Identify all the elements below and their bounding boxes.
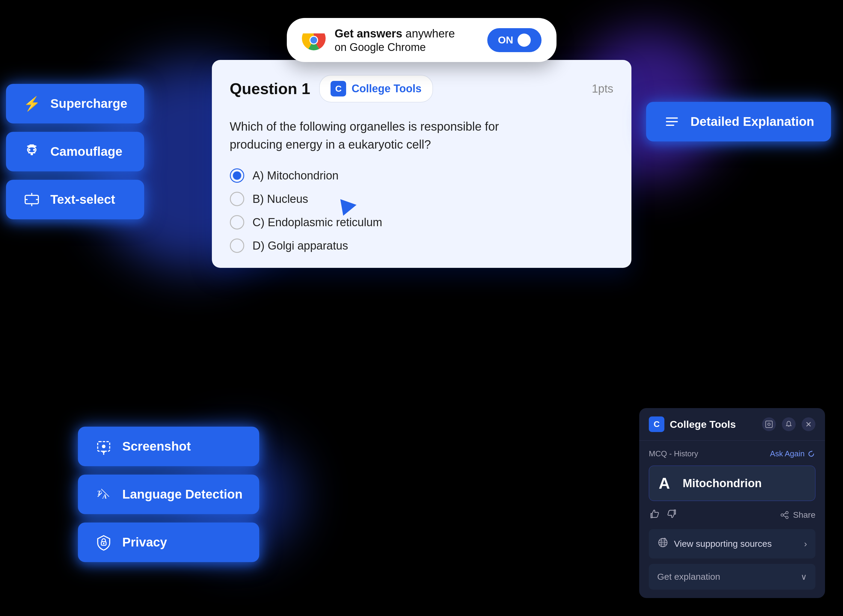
college-tools-badge-label: College Tools <box>351 82 422 95</box>
screenshot-icon <box>95 437 113 455</box>
college-tools-badge-icon: C <box>330 81 346 97</box>
ct-answer-text: Mitochondrion <box>683 477 762 490</box>
ct-panel-title: College Tools <box>670 418 757 430</box>
chrome-toggle[interactable]: ON <box>487 28 542 52</box>
ct-feedback-row: Share <box>649 508 815 522</box>
text-select-label: Text-select <box>50 192 115 207</box>
text-select-icon <box>23 191 41 208</box>
supercharge-pill[interactable]: ⚡ Supercharge <box>6 84 144 123</box>
ct-feedback-icons <box>649 508 678 522</box>
option-a-text: A) Mitochondrion <box>253 169 339 182</box>
ct-explanation-arrow-icon: ∨ <box>801 572 807 582</box>
ct-answer-letter: A <box>659 474 676 492</box>
ct-sources-row[interactable]: View supporting sources › <box>649 529 815 559</box>
quiz-option-d[interactable]: D) Golgi apparatus <box>230 239 614 253</box>
ct-sources-globe-icon <box>657 537 668 551</box>
ct-panel-logo: C <box>649 417 664 432</box>
supercharge-label: Supercharge <box>50 97 127 111</box>
ct-panel-icons <box>762 417 815 431</box>
svg-point-3 <box>310 37 317 43</box>
option-c-text: C) Endoplasmic reticulum <box>253 216 382 229</box>
svg-point-31 <box>781 514 783 516</box>
camouflage-icon <box>23 142 41 161</box>
feature-pills-left: ⚡ Supercharge Camouflage <box>6 84 144 219</box>
radio-c[interactable] <box>230 215 244 229</box>
svg-rect-7 <box>28 152 35 153</box>
privacy-icon <box>95 533 113 551</box>
ct-ask-again-btn[interactable]: Ask Again <box>770 449 815 458</box>
ct-answer-box: A Mitochondrion <box>649 466 815 501</box>
radio-a[interactable] <box>230 169 244 183</box>
quiz-title: Question 1 <box>230 80 310 98</box>
ct-panel-close-btn[interactable] <box>802 417 815 431</box>
privacy-pill[interactable]: Privacy <box>78 522 259 562</box>
quiz-option-b[interactable]: B) Nucleus <box>230 192 614 206</box>
ct-share-label: Share <box>793 510 815 520</box>
chrome-pill: Get answers anywhere on Google Chrome ON <box>287 18 557 62</box>
text-select-pill[interactable]: Text-select <box>6 180 144 219</box>
camouflage-label: Camouflage <box>50 144 122 159</box>
camouflage-pill[interactable]: Camouflage <box>6 132 144 172</box>
privacy-label: Privacy <box>122 535 167 550</box>
quiz-card: Question 1 C College Tools 1pts Which of… <box>212 60 632 268</box>
ct-sources-arrow-icon: › <box>804 539 807 549</box>
svg-point-27 <box>768 423 770 425</box>
ct-panel-header: C College Tools <box>639 408 825 441</box>
language-icon: T A <box>95 485 113 503</box>
quiz-option-a[interactable]: A) Mitochondrion <box>230 169 614 183</box>
ct-panel: C College Tools <box>639 408 825 598</box>
ct-panel-body: MCQ - History Ask Again A Mitochondrion <box>639 441 825 598</box>
option-b-text: B) Nucleus <box>253 193 308 205</box>
radio-d[interactable] <box>230 239 244 253</box>
svg-rect-8 <box>31 153 33 155</box>
svg-point-30 <box>786 512 788 514</box>
quiz-option-c[interactable]: C) Endoplasmic reticulum <box>230 215 614 229</box>
college-tools-badge: C College Tools <box>319 75 433 103</box>
detailed-explanation-label: Detailed Explanation <box>690 114 814 129</box>
chrome-pill-main-text: Get answers anywhere <box>335 26 478 41</box>
svg-point-5 <box>28 149 31 151</box>
ct-share-btn[interactable]: Share <box>780 510 815 520</box>
feature-pills-bottom: Screenshot T A Language Detection <box>78 427 259 562</box>
quiz-question: Which of the following organelles is res… <box>230 117 499 153</box>
svg-rect-10 <box>29 144 34 147</box>
chrome-pill-text: Get answers anywhere on Google Chrome <box>335 26 478 54</box>
option-d-text: D) Golgi apparatus <box>253 239 348 252</box>
ct-ask-again-label: Ask Again <box>770 449 805 458</box>
quiz-options: A) Mitochondrion B) Nucleus C) Endoplasm… <box>230 169 614 253</box>
thumbs-up-btn[interactable] <box>649 508 660 522</box>
detailed-explanation-pill[interactable]: Detailed Explanation <box>646 102 831 141</box>
ct-meta-label: MCQ - History <box>649 449 698 458</box>
ct-panel-screenshot-btn[interactable] <box>762 417 776 431</box>
ct-meta-row: MCQ - History Ask Again <box>649 449 815 458</box>
screenshot-pill[interactable]: Screenshot <box>78 427 259 466</box>
radio-inner-a <box>233 172 241 180</box>
ct-sources-text: View supporting sources <box>674 539 799 549</box>
svg-rect-26 <box>766 421 772 428</box>
svg-point-32 <box>786 516 788 519</box>
quiz-header: Question 1 C College Tools 1pts <box>230 75 614 103</box>
toggle-circle <box>517 34 531 47</box>
chrome-pill-sub-text: on Google Chrome <box>335 41 478 54</box>
svg-line-33 <box>783 513 786 515</box>
detailed-explanation-icon <box>663 113 681 131</box>
svg-line-34 <box>783 516 786 517</box>
toggle-label: ON <box>498 34 513 46</box>
ct-explanation-text: Get explanation <box>657 572 720 582</box>
supercharge-icon: ⚡ <box>23 95 41 113</box>
screenshot-label: Screenshot <box>122 439 191 454</box>
ct-panel-bell-btn[interactable] <box>782 417 796 431</box>
language-detection-label: Language Detection <box>122 487 242 502</box>
quiz-points: 1pts <box>592 82 614 95</box>
language-detection-pill[interactable]: T A Language Detection <box>78 475 259 514</box>
cursor-shape <box>341 197 358 216</box>
svg-point-6 <box>33 149 35 151</box>
blue-cursor-arrow <box>342 198 357 214</box>
svg-point-17 <box>102 444 106 448</box>
thumbs-down-btn[interactable] <box>666 508 678 522</box>
chrome-logo-icon <box>302 28 326 52</box>
radio-b[interactable] <box>230 192 244 206</box>
svg-point-22 <box>103 543 104 544</box>
ct-explanation-row[interactable]: Get explanation ∨ <box>649 564 815 590</box>
